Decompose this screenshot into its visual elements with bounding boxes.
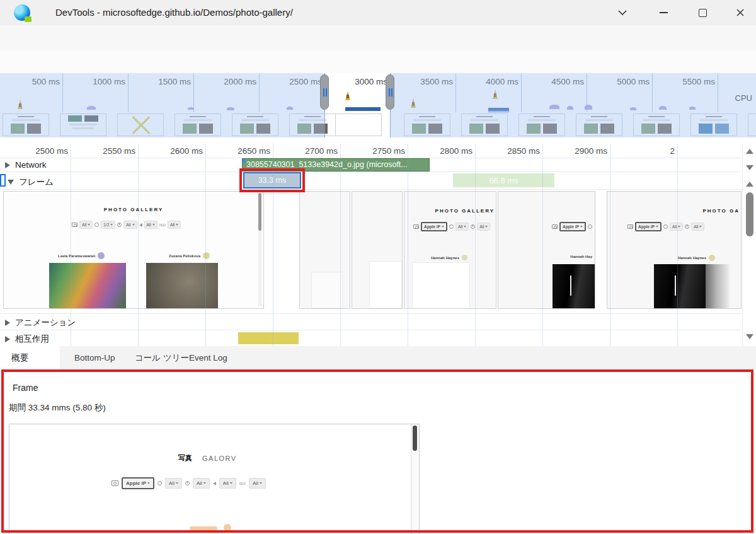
interaction-bar[interactable] — [238, 332, 299, 344]
filmstrip-thumbnail[interactable] — [289, 113, 336, 136]
filmstrip-thumbnail[interactable] — [690, 113, 737, 136]
detail-scrollbar[interactable] — [742, 144, 756, 346]
frames-section-label: フレーム — [19, 177, 54, 188]
cpu-spike — [345, 91, 350, 100]
animations-section-header[interactable]: アニメーション — [5, 317, 76, 328]
filmstrip-thumbnail[interactable] — [60, 113, 106, 136]
mini-page-title: PHOTO GA — [702, 208, 740, 214]
scroll-up-icon[interactable] — [746, 149, 753, 154]
overview-gridline — [652, 73, 653, 112]
mini-filter-row: All 1/2 All All ISO All — [72, 221, 181, 229]
tab-bottom-up[interactable]: Bottom-Up — [63, 346, 127, 369]
overview-gridline — [521, 73, 522, 112]
net-bar — [488, 108, 509, 111]
cpu-bump — [549, 105, 559, 109]
shutter-icon — [685, 224, 689, 229]
camera-icon — [72, 223, 77, 227]
detail-tick-label: 2500 ms — [15, 146, 68, 156]
window-chevron-button[interactable] — [608, 0, 637, 25]
scroll-down-icon[interactable] — [746, 334, 753, 339]
minimize-icon — [660, 12, 668, 13]
frames-section-header[interactable]: フレーム — [8, 177, 54, 188]
cpu-bump — [585, 105, 592, 110]
mini-page-scrollbar — [258, 193, 261, 306]
frame-chip-next[interactable]: 66.8 ms — [453, 173, 554, 187]
maximize-icon — [699, 9, 707, 17]
cpu-spike — [493, 90, 498, 99]
filmstrip-thumbnail[interactable] — [576, 113, 622, 136]
frame-screenshot-card[interactable] — [299, 191, 350, 309]
loading-block — [369, 261, 402, 308]
gallery-photo-dark — [654, 264, 706, 309]
preview-partial-text — [190, 526, 217, 530]
frame-screenshot-card[interactable]: Apple iP Hannah Hay — [498, 191, 595, 309]
window-minimize-button[interactable] — [649, 0, 678, 25]
overview-gridline — [193, 73, 194, 112]
frame-screenshot-card[interactable]: PHOTO GA Apple iP All All Hannah Haynes — [607, 191, 742, 309]
filmstrip-thumbnail[interactable] — [633, 113, 680, 136]
summary-title: Frame — [13, 383, 38, 393]
overview-tick-label: 1000 ms — [74, 77, 125, 86]
interactions-section-header[interactable]: 相互作用 — [5, 334, 49, 345]
gallery-photo-blur — [706, 264, 730, 309]
overview-tick-label: 4000 ms — [467, 77, 518, 86]
detail-tick-label: 2550 ms — [83, 146, 135, 156]
frame-screenshot-card[interactable]: PHOTO GALLERY All 1/2 All All ISO All Le… — [3, 191, 264, 309]
shutter-icon — [185, 481, 190, 485]
frame-chip-selected[interactable]: 33.3 ms — [243, 172, 301, 189]
filmstrip-thumbnail[interactable] — [404, 113, 450, 136]
filmstrip-thumbnail[interactable] — [335, 113, 382, 136]
filmstrip-thumbnail[interactable] — [461, 113, 508, 136]
filmstrip-thumbnail[interactable] — [117, 113, 164, 136]
tab-event-log[interactable]: Event Log — [178, 346, 239, 369]
network-request-bar[interactable]: 30855740301_5133e3942d_o.jpg (microsoft.… — [242, 158, 430, 171]
selection-handle-left[interactable] — [320, 74, 329, 110]
preview-filter-row: Apple iP All All All ISO All — [112, 477, 266, 489]
overview-gridline — [455, 73, 456, 112]
duration-value: 33.34 mms (5.80 秒) — [28, 403, 106, 412]
timeline-overview[interactable]: 500 ms1000 ms1500 ms2000 ms2500 ms3000 m… — [0, 73, 756, 112]
tab-summary[interactable]: 概要 — [0, 346, 60, 369]
photo-credit: Leela Parameswaran — [58, 252, 105, 259]
mini-filter-row: Apple iP All All — [413, 222, 490, 231]
overview-gridline — [259, 73, 260, 112]
frame-screenshot-card[interactable] — [352, 191, 403, 309]
filmstrip-thumbnail[interactable] — [232, 113, 278, 136]
aperture-icon — [94, 223, 99, 227]
duration-label: 期間 — [9, 403, 26, 412]
cpu-spike — [411, 98, 416, 108]
avatar-dot — [709, 255, 715, 261]
filmstrip-thumbnail[interactable] — [748, 113, 756, 136]
iso-icon: ISO — [159, 223, 166, 227]
timeline-detail-pane: 2500 ms2550 ms2600 ms2650 ms2700 ms2750 … — [0, 137, 756, 346]
mini-page-title: PHOTO GALLERY — [435, 208, 495, 214]
preview-photo-label: 写真 — [178, 453, 192, 463]
filmstrip-thumbnail[interactable] — [518, 113, 565, 136]
cpu-bump — [188, 107, 194, 110]
tab-summary-label: 概要 — [11, 352, 28, 364]
selection-handle-right[interactable] — [386, 74, 394, 110]
filmstrip-thumbnail[interactable] — [3, 113, 49, 136]
filmstrip-thumbnail[interactable] — [175, 113, 221, 136]
frame-preview-image: 写真 GALORV Apple iP All All All ISO All — [9, 424, 420, 534]
cpu-bump — [630, 107, 636, 110]
network-section-header[interactable]: Network — [5, 160, 47, 170]
photo-credit: Hannah Hay — [570, 255, 592, 258]
details-tab-bar: 概要 Bottom-Up コール ツリー Event Log — [0, 346, 756, 370]
scrollbar-thumb[interactable] — [746, 192, 753, 236]
frame-screenshot-card[interactable]: PHOTO GALLERY Apple iP All All Hannah Ha… — [404, 191, 496, 309]
devtools-tab-bar: Welcome 要素 コンソール ソース パフォーマンス — [0, 25, 756, 51]
window-maximize-button[interactable] — [688, 0, 717, 25]
detail-tick-label: 2900 ms — [554, 146, 607, 156]
camera-icon — [552, 224, 558, 229]
cpu-bump — [87, 106, 96, 110]
mini-page-title: PHOTO GALLERY — [4, 207, 263, 212]
aperture-icon — [449, 224, 454, 229]
aperture-icon — [588, 224, 592, 229]
collapse-triangle-icon — [5, 162, 10, 168]
scroll-down-icon[interactable] — [746, 165, 753, 170]
window-close-button[interactable] — [726, 0, 755, 25]
overview-gridline — [718, 73, 718, 112]
camera-icon — [413, 224, 419, 229]
scroll-up-icon[interactable] — [746, 182, 753, 187]
